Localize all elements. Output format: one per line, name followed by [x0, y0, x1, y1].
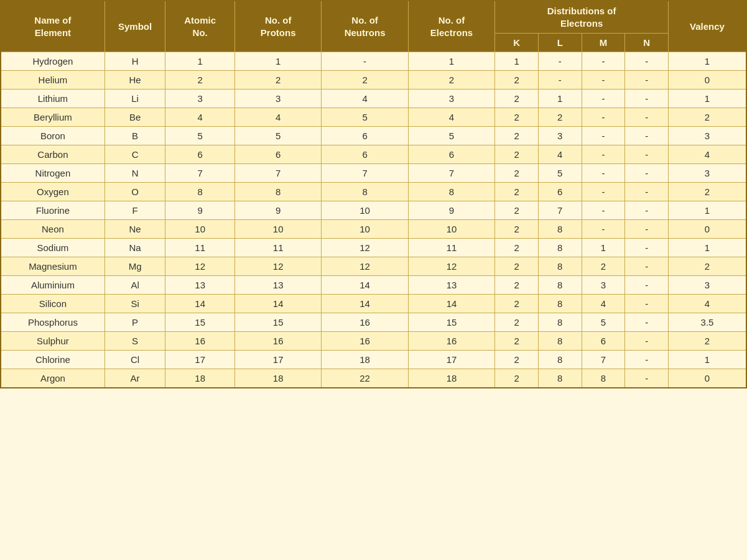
- col-header-neutrons: No. ofNeutrons: [322, 1, 408, 52]
- cell-name: Silicon: [1, 295, 104, 313]
- cell-name: Helium: [1, 71, 104, 90]
- cell-name: Aluminium: [1, 276, 104, 295]
- cell-atomic: 6: [165, 145, 235, 164]
- cell-n: -: [625, 295, 669, 313]
- cell-n: -: [625, 71, 669, 90]
- col-header-electrons: No. ofElectrons: [408, 1, 494, 52]
- cell-valency: 1: [669, 351, 746, 369]
- cell-valency: 3.5: [669, 313, 746, 332]
- cell-k: 2: [495, 332, 539, 351]
- table-row: SodiumNa11111211281-1: [1, 239, 746, 257]
- cell-k: 2: [495, 257, 539, 276]
- cell-electrons: 18: [408, 369, 494, 388]
- cell-m: -: [582, 108, 625, 127]
- col-header-valency: Valency: [669, 1, 746, 52]
- cell-k: 2: [495, 145, 539, 164]
- cell-l: 8: [538, 313, 582, 332]
- cell-protons: 4: [234, 108, 321, 127]
- cell-protons: 18: [234, 369, 321, 388]
- col-header-n: N: [625, 34, 669, 52]
- cell-protons: 15: [234, 313, 321, 332]
- cell-name: Beryllium: [1, 108, 104, 127]
- cell-valency: 0: [669, 71, 746, 90]
- cell-neutrons: 6: [322, 127, 408, 145]
- table-row: BerylliumBe445422--2: [1, 108, 746, 127]
- cell-neutrons: 8: [322, 183, 408, 201]
- cell-electrons: 4: [408, 108, 494, 127]
- cell-name: Phosphorus: [1, 313, 104, 332]
- cell-valency: 3: [669, 164, 746, 183]
- cell-k: 2: [495, 295, 539, 313]
- cell-protons: 1: [234, 52, 321, 71]
- cell-m: -: [582, 183, 625, 201]
- cell-n: -: [625, 313, 669, 332]
- table-row: LithiumLi334321--1: [1, 90, 746, 108]
- cell-m: -: [582, 201, 625, 220]
- cell-atomic: 10: [165, 220, 235, 239]
- cell-symbol: O: [104, 183, 165, 201]
- cell-l: 8: [538, 276, 582, 295]
- cell-atomic: 3: [165, 90, 235, 108]
- cell-l: 1: [538, 90, 582, 108]
- cell-l: 6: [538, 183, 582, 201]
- cell-symbol: P: [104, 313, 165, 332]
- cell-m: -: [582, 164, 625, 183]
- cell-valency: 1: [669, 90, 746, 108]
- cell-m: -: [582, 145, 625, 164]
- cell-neutrons: 4: [322, 90, 408, 108]
- cell-k: 2: [495, 201, 539, 220]
- cell-electrons: 12: [408, 257, 494, 276]
- cell-valency: 4: [669, 295, 746, 313]
- cell-electrons: 10: [408, 220, 494, 239]
- cell-n: -: [625, 108, 669, 127]
- cell-l: 8: [538, 369, 582, 388]
- cell-electrons: 11: [408, 239, 494, 257]
- cell-protons: 14: [234, 295, 321, 313]
- cell-n: -: [625, 127, 669, 145]
- cell-name: Sulphur: [1, 332, 104, 351]
- cell-k: 2: [495, 164, 539, 183]
- table-row: CarbonC666624--4: [1, 145, 746, 164]
- cell-electrons: 8: [408, 183, 494, 201]
- cell-n: -: [625, 332, 669, 351]
- cell-atomic: 5: [165, 127, 235, 145]
- cell-l: 2: [538, 108, 582, 127]
- cell-atomic: 16: [165, 332, 235, 351]
- cell-k: 2: [495, 351, 539, 369]
- cell-valency: 2: [669, 332, 746, 351]
- cell-name: Chlorine: [1, 351, 104, 369]
- cell-l: -: [538, 71, 582, 90]
- cell-n: -: [625, 52, 669, 71]
- cell-n: -: [625, 239, 669, 257]
- cell-protons: 7: [234, 164, 321, 183]
- table-row: ChlorineCl17171817287-1: [1, 351, 746, 369]
- cell-symbol: Si: [104, 295, 165, 313]
- cell-name: Neon: [1, 220, 104, 239]
- cell-atomic: 4: [165, 108, 235, 127]
- cell-m: 7: [582, 351, 625, 369]
- cell-neutrons: 18: [322, 351, 408, 369]
- cell-neutrons: 14: [322, 295, 408, 313]
- cell-electrons: 9: [408, 201, 494, 220]
- cell-m: 6: [582, 332, 625, 351]
- cell-l: 8: [538, 239, 582, 257]
- cell-atomic: 17: [165, 351, 235, 369]
- header-row-main: Name ofElement Symbol AtomicNo. No. ofPr…: [1, 1, 746, 34]
- cell-electrons: 16: [408, 332, 494, 351]
- cell-m: -: [582, 52, 625, 71]
- cell-l: 8: [538, 295, 582, 313]
- cell-valency: 4: [669, 145, 746, 164]
- cell-protons: 16: [234, 332, 321, 351]
- table-row: ArgonAr18182218288-0: [1, 369, 746, 388]
- cell-symbol: B: [104, 127, 165, 145]
- cell-m: 5: [582, 313, 625, 332]
- cell-n: -: [625, 220, 669, 239]
- cell-atomic: 9: [165, 201, 235, 220]
- cell-electrons: 3: [408, 90, 494, 108]
- cell-protons: 17: [234, 351, 321, 369]
- cell-k: 2: [495, 71, 539, 90]
- cell-valency: 3: [669, 127, 746, 145]
- cell-m: -: [582, 90, 625, 108]
- cell-protons: 5: [234, 127, 321, 145]
- cell-k: 1: [495, 52, 539, 71]
